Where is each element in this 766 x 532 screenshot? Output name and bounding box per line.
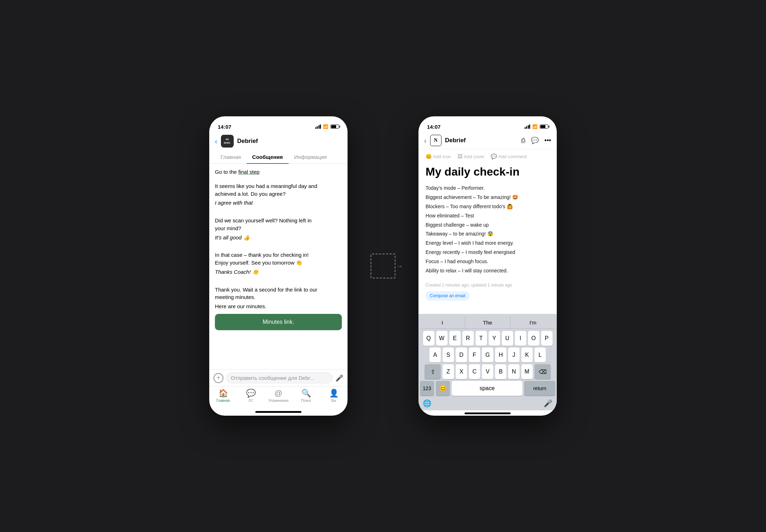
minutes-link-button[interactable]: Minutes link.: [215, 314, 342, 330]
tab-messages[interactable]: Сообщения: [246, 150, 288, 164]
key-w[interactable]: W: [436, 331, 448, 346]
nav-item-search[interactable]: 🔍 Поиск: [292, 389, 320, 403]
left-status-bar: 14:07 📶: [209, 116, 348, 132]
key-q[interactable]: Q: [423, 331, 434, 346]
keyboard-bottom-row: 🌐 🎤: [420, 398, 555, 409]
key-n[interactable]: N: [508, 364, 520, 379]
smiley-icon: 😊: [426, 154, 432, 159]
key-e[interactable]: E: [449, 331, 461, 346]
key-x[interactable]: X: [456, 364, 467, 379]
suggestion-i[interactable]: I: [420, 317, 465, 328]
list-item: Biggest challenge – wake up: [426, 221, 550, 229]
add-icon-button[interactable]: 😊 Add icon: [426, 154, 451, 159]
nav-item-mentions[interactable]: @ Упоминания: [265, 389, 292, 403]
right-time: 14:07: [427, 124, 440, 130]
add-comment-button[interactable]: 💬 Add comment: [491, 154, 527, 159]
keyboard: I The I'm Q W E R T Y U I O P A S D: [418, 314, 557, 410]
emoji-key[interactable]: 😊: [436, 381, 450, 396]
list-item: Energy recently – I mostly feel energise…: [426, 248, 550, 257]
share-icon[interactable]: ⎙: [521, 137, 525, 144]
key-f[interactable]: F: [469, 348, 480, 362]
suggestion-the[interactable]: The: [465, 317, 511, 328]
number-key[interactable]: 123: [420, 381, 434, 396]
chat-input-bar: + Отправить сообщение для Debr... 🎤: [209, 369, 348, 386]
key-c[interactable]: C: [469, 364, 480, 379]
key-h[interactable]: H: [495, 348, 506, 362]
list-item: Focus – I had enough focus.: [426, 257, 550, 266]
add-attachment-button[interactable]: +: [213, 373, 223, 383]
nav-item-dm[interactable]: 💬 ЛС: [237, 389, 265, 403]
dashed-arrow-box: [371, 254, 395, 278]
created-info: Created 2 minutes ago, updated 1 minute …: [426, 282, 550, 300]
avatar: debrief.: [221, 135, 234, 148]
key-z[interactable]: Z: [443, 364, 454, 379]
key-v[interactable]: V: [482, 364, 493, 379]
more-icon[interactable]: •••: [544, 137, 551, 144]
list-item: Ability to relax – I will stay connected…: [426, 267, 550, 275]
nav-item-home[interactable]: 🏠 Главная: [209, 389, 237, 403]
left-status-icons: 📶: [315, 124, 339, 129]
right-status-bar: 14:07 📶: [418, 116, 557, 132]
comment-icon[interactable]: 💬: [531, 137, 539, 144]
back-button[interactable]: ‹: [215, 137, 217, 145]
key-o[interactable]: O: [528, 331, 539, 346]
list-item: Energy level – I wish I had more energy.: [426, 239, 550, 248]
nav-label-mentions: Упоминания: [268, 399, 289, 403]
wifi-icon: 📶: [323, 124, 328, 129]
home-indicator-right: [465, 412, 511, 414]
key-p[interactable]: P: [541, 331, 553, 346]
tab-home[interactable]: Главная: [215, 150, 246, 164]
nav-label-dm: ЛС: [248, 399, 253, 403]
list-item: I agree with that: [215, 199, 253, 207]
chat-icon: 💬: [491, 154, 497, 159]
return-key[interactable]: return: [524, 381, 555, 396]
key-r[interactable]: R: [462, 331, 474, 346]
right-status-icons: 📶: [524, 124, 549, 129]
key-b[interactable]: B: [495, 364, 506, 379]
backspace-key[interactable]: ⌫: [534, 364, 551, 379]
key-d[interactable]: D: [456, 348, 467, 362]
notion-back-button[interactable]: ‹: [424, 137, 427, 145]
nav-item-you[interactable]: 👤 Вы: [320, 389, 348, 403]
key-t[interactable]: T: [476, 331, 487, 346]
globe-key[interactable]: 🌐: [423, 399, 432, 408]
chat-tabs: Главная Сообщения Информация: [209, 150, 348, 164]
message-input[interactable]: Отправить сообщение для Debr...: [226, 372, 333, 383]
notion-nav-actions: ⎙ 💬 •••: [521, 137, 551, 144]
key-j[interactable]: J: [508, 348, 520, 362]
key-l[interactable]: L: [534, 348, 546, 362]
chat-nav: ‹ debrief. Debrief: [209, 132, 348, 150]
home-indicator: [255, 411, 301, 413]
key-i[interactable]: I: [515, 331, 526, 346]
list-item: Did we scan yourself well? Nothing left …: [215, 217, 323, 232]
suggestion-im[interactable]: I'm: [510, 317, 555, 328]
key-y[interactable]: Y: [489, 331, 500, 346]
notion-nav: ‹ N Debrief ⎙ 💬 •••: [418, 132, 557, 149]
search-icon: 🔍: [301, 389, 311, 398]
home-icon: 🏠: [218, 389, 228, 398]
tab-info[interactable]: Информация: [289, 150, 333, 164]
key-a[interactable]: A: [429, 348, 441, 362]
signal-icon: [315, 124, 321, 129]
key-s[interactable]: S: [443, 348, 454, 362]
list-item: Blockers – Too many different todo's 🙆: [426, 203, 550, 211]
list-item: It's all good 👍: [215, 234, 250, 242]
list-item: In that case – thank you for checking in…: [215, 251, 323, 267]
nav-label-home: Главная: [216, 399, 230, 403]
key-m[interactable]: M: [521, 364, 533, 379]
key-u[interactable]: U: [502, 331, 513, 346]
space-key[interactable]: space: [452, 381, 522, 396]
add-cover-button[interactable]: 🖼 Add cover: [457, 154, 485, 159]
list-item: Takeaway – to be amazing! 😨: [426, 230, 550, 238]
mic-icon[interactable]: 🎤: [335, 374, 343, 382]
key-g[interactable]: G: [482, 348, 493, 362]
nav-title: Debrief: [237, 138, 258, 145]
compose-email-button[interactable]: Compose an email: [426, 291, 470, 301]
shift-key[interactable]: ⇧: [424, 364, 441, 379]
nav-label-you: Вы: [331, 399, 336, 403]
page-title[interactable]: My daily check-in: [426, 165, 550, 178]
key-k[interactable]: K: [521, 348, 533, 362]
chat-messages: Go to the final step It seems like you h…: [209, 164, 348, 369]
right-battery-icon: [540, 124, 548, 129]
mic-key[interactable]: 🎤: [544, 399, 553, 408]
